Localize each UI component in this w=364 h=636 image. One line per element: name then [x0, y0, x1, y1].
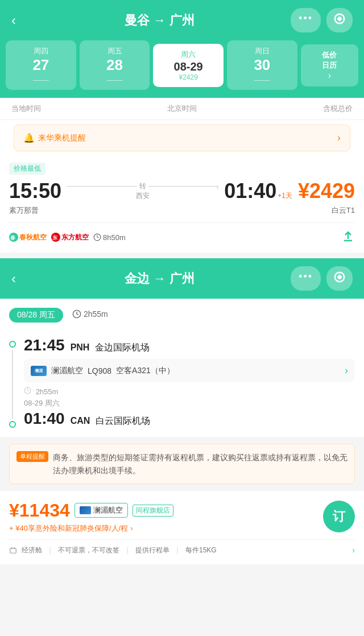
date-tab-fri[interactable]: 周五 28 ——	[80, 40, 150, 90]
depart-dot	[9, 341, 16, 348]
alert-content: 🔔 来华乘机提醒	[23, 133, 86, 143]
sep3: ｜	[174, 546, 181, 555]
airlines-info: 春 春秋航空 东 东方航空 8h50m	[9, 233, 126, 242]
ticket-itinerary: 提供行程单	[135, 546, 169, 555]
arrive-row: 08-29 周六 01:40 CAN 白云国际机场	[24, 398, 355, 428]
brand-logo	[80, 506, 91, 514]
airline-detail-info: 澜湄 澜湄航空 LQ908 空客A321（中）	[31, 366, 175, 376]
day-name-sun: 周日	[230, 46, 294, 56]
airline-detail-row[interactable]: 澜湄 澜湄航空 LQ908 空客A321（中） ›	[24, 359, 355, 382]
transfer-city: 西安	[136, 191, 150, 201]
day-name-sat: 周六	[156, 49, 220, 60]
airline-name: 澜湄航空	[51, 366, 83, 376]
total-price-label: 含税总价	[323, 104, 353, 114]
depart-airport: 素万那普	[9, 205, 39, 216]
timeline-rail	[9, 336, 16, 428]
arrive-date-label: 08-29 周六	[24, 398, 355, 408]
pnompenh-depart-code: PNH	[71, 342, 90, 353]
duration-label-row: 2h55m	[24, 387, 355, 396]
airline-row: 春 春秋航空 东 东方航空 8h50m	[9, 222, 355, 246]
airline-logo-text: 澜湄	[35, 368, 43, 374]
bangkok-flight-card: 价格最低 15:50 转 › 西安 01:40 +1天	[0, 156, 364, 253]
bangkok-back-button[interactable]: ‹	[11, 13, 28, 28]
pnompenh-depart-time: 21:45	[24, 336, 65, 354]
ticket-baggage: 每件15KG	[185, 546, 217, 555]
booking-card: ¥11434 澜湄航空 同程旗舰店 + ¥40享意外险和新冠肺炎保障/人/程 ›…	[0, 491, 364, 564]
warning-text: 商务、旅游类型的短期签证需持有返程机票，建议购买往返票或持有返程票，以免无法办理…	[53, 451, 348, 477]
day-num-sun: 30	[230, 56, 294, 74]
lowest-price-badge: 价格最低	[9, 163, 46, 175]
upload-icon[interactable]	[341, 229, 355, 246]
airline-brand-badge: 澜湄航空	[75, 503, 128, 518]
mekong-airline-logo: 澜湄	[31, 366, 47, 376]
pnompenh-arrive-time: 01:40	[24, 410, 65, 428]
insurance-text: + ¥40享意外险和新冠肺炎保障/人/程	[9, 523, 128, 534]
sep1: ｜	[47, 546, 53, 555]
bangkok-title: 曼谷 → 广州	[28, 12, 291, 29]
flight-number: LQ908	[88, 366, 111, 375]
alert-container: 🔔 来华乘机提醒 ›	[0, 120, 364, 151]
book-button[interactable]: 订	[323, 501, 355, 532]
spring-airlines-logo: 春 春秋航空	[9, 233, 47, 242]
svg-text:春: 春	[10, 235, 16, 241]
more-details-arrow[interactable]: ›	[352, 546, 355, 555]
timeline-line	[12, 350, 13, 419]
low-price-calendar-button[interactable]: 低价 日历 ›	[301, 44, 358, 86]
target-button[interactable]	[326, 8, 353, 32]
day-num-thu: 27	[9, 56, 73, 74]
alert-text: 来华乘机提醒	[38, 133, 86, 143]
flight-duration-badge: 2h55m	[72, 309, 108, 319]
depart-time-value: 15:50	[9, 179, 61, 203]
ticket-info-row[interactable]: 经济舱 ｜ 不可退票，不可改签 ｜ 提供行程单 ｜ 每件15KG ›	[9, 539, 355, 555]
pnompenh-section: ‹ 金边 → 广州 •••	[0, 258, 364, 299]
route-line-container: 转 ›	[67, 181, 218, 191]
line-right: ›	[148, 186, 218, 187]
ticket-refund: 不可退票，不可改签	[58, 546, 119, 555]
flight-detail-card: 08/28 周五 2h55m 21:45 PNH 金边国际机场	[0, 299, 364, 437]
arrive-time-value: 01:40	[224, 179, 276, 203]
insurance-arrow: ›	[130, 524, 133, 532]
warning-box: 单程提醒 商务、旅游类型的短期签证需持有返程机票，建议购买往返票或持有返程票，以…	[9, 444, 355, 484]
pnompenh-back-button[interactable]: ‹	[11, 271, 28, 287]
date-tab-thu[interactable]: 周四 27 ——	[6, 40, 76, 90]
depart-time: 15:50	[9, 179, 61, 203]
pnompenh-header-actions: •••	[291, 266, 353, 291]
pnompenh-target-button[interactable]	[326, 266, 353, 291]
airline-detail-arrow: ›	[345, 365, 348, 377]
date-tab-sat[interactable]: 周六 08-29 ¥2429	[153, 44, 224, 87]
flight-duration-label: 2h55m	[36, 387, 59, 396]
next-day-label: +1天	[278, 191, 292, 201]
price-sat: ¥2429	[156, 73, 220, 81]
flight-times-row: 15:50 转 › 西安 01:40 +1天 ¥2429	[9, 179, 355, 203]
bangkok-header: ‹ 曼谷 → 广州 •••	[0, 0, 364, 40]
bangkok-section: ‹ 曼谷 → 广州 ••• 周四 27 —— 周五 28	[0, 0, 364, 98]
time-labels-bar: 当地时间 北京时间 含税总价	[0, 98, 364, 120]
svg-text:东: 东	[52, 235, 58, 241]
pnompenh-arrive-airport: 白云国际机场	[96, 415, 150, 427]
insurance-row[interactable]: + ¥40享意外险和新冠肺炎保障/人/程 ›	[9, 523, 173, 534]
day-num-sat: 08-29	[156, 60, 220, 73]
date-tab-sun[interactable]: 周日 30 ——	[227, 40, 297, 90]
header-actions: •••	[291, 8, 353, 32]
sep2: ｜	[124, 546, 131, 555]
arrive-airport: 白云T1	[332, 205, 355, 216]
low-price-sub: 日历	[322, 60, 337, 71]
duration-info: 8h50m	[93, 233, 126, 242]
low-price-label: 低价	[322, 50, 337, 60]
flight-price: ¥2429	[298, 179, 355, 203]
east-airlines-logo: 东 东方航空	[51, 233, 89, 242]
arrival-alert-bar[interactable]: 🔔 来华乘机提醒 ›	[14, 125, 350, 151]
pnompenh-arrive-code: CAN	[71, 416, 90, 426]
price-fri: ——	[83, 75, 147, 84]
arrive-time-container: 01:40 +1天	[224, 179, 292, 203]
chevron-right-icon: ›	[328, 71, 331, 81]
pnompenh-more-button[interactable]: •••	[291, 266, 321, 291]
local-time-label: 当地时间	[11, 104, 41, 114]
beijing-time-label: 北京时间	[167, 104, 197, 114]
arrive-dot	[9, 421, 16, 428]
price-container: ¥2429	[298, 179, 355, 203]
more-options-button[interactable]: •••	[291, 8, 321, 32]
section-divider	[0, 253, 364, 258]
ticket-class: 经济舱	[22, 546, 42, 555]
pnompenh-title: 金边 → 广州	[28, 270, 291, 287]
